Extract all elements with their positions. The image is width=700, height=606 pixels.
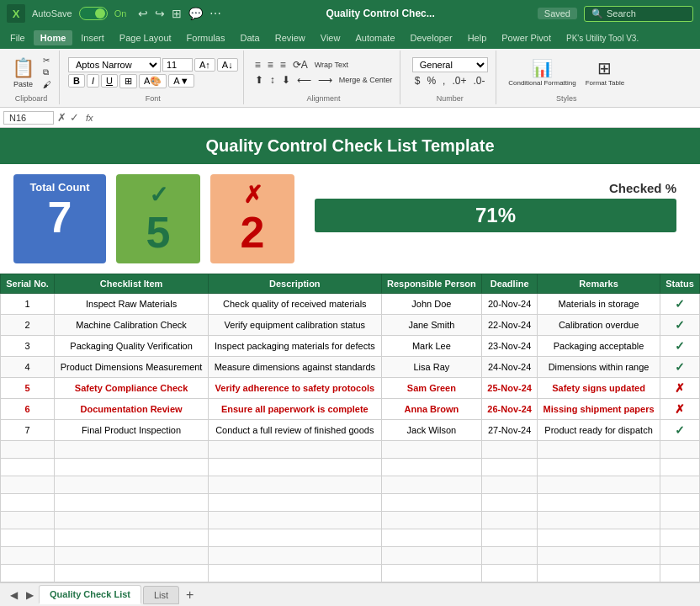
menu-review[interactable]: Review bbox=[268, 30, 312, 45]
status-cell: ✓ bbox=[660, 294, 700, 315]
pct-bar: 71% bbox=[315, 199, 676, 232]
formula-cancel-icon[interactable]: ✗ bbox=[57, 111, 66, 124]
mid-align-button[interactable]: ↕ bbox=[268, 73, 278, 87]
tab-nav-next[interactable]: ▶ bbox=[23, 587, 37, 603]
merge-center-button[interactable]: Merge & Center bbox=[337, 75, 395, 85]
spreadsheet-area: Quality Control Check List Template Tota… bbox=[0, 128, 700, 582]
table-row-empty bbox=[1, 565, 700, 582]
align-left-button[interactable]: ≡ bbox=[252, 58, 263, 72]
pct-value: 71% bbox=[331, 204, 660, 227]
format-table-button[interactable]: ⊞ Format Table bbox=[582, 56, 628, 88]
tab-list[interactable]: List bbox=[143, 586, 179, 604]
menu-pk-utility[interactable]: PK's Utility Tool V3. bbox=[559, 31, 645, 45]
table-row-empty bbox=[1, 512, 700, 529]
indent-dec-button[interactable]: ⟵ bbox=[294, 73, 314, 87]
toggle-knob bbox=[95, 8, 105, 19]
search-box[interactable]: 🔍 Search bbox=[584, 6, 693, 22]
bottom-align-button[interactable]: ⬇ bbox=[279, 73, 293, 87]
dec-inc-button[interactable]: .0+ bbox=[449, 74, 469, 88]
menu-data[interactable]: Data bbox=[233, 30, 266, 45]
more-icon[interactable]: ⋯ bbox=[208, 5, 223, 22]
ribbon-number: General $ % , .0+ .0- Number bbox=[404, 50, 496, 104]
fail-value: 2 bbox=[220, 209, 284, 257]
autosave-label: AutoSave bbox=[32, 8, 72, 19]
italic-button[interactable]: I bbox=[87, 74, 99, 88]
dec-dec-button[interactable]: .0- bbox=[470, 74, 487, 88]
fill-color-button[interactable]: A🎨 bbox=[139, 74, 167, 88]
formula-input[interactable] bbox=[100, 112, 697, 124]
menu-formulas[interactable]: Formulas bbox=[180, 30, 232, 45]
status-pass-icon: ✓ bbox=[675, 339, 685, 353]
comma-button[interactable]: , bbox=[440, 74, 448, 88]
search-placeholder: Search bbox=[607, 8, 636, 19]
status-pass-icon: ✓ bbox=[675, 297, 685, 311]
table-row: 6Documentation ReviewEnsure all paperwor… bbox=[1, 399, 700, 420]
ribbon-clipboard: 📋 Paste ✂ ⧉ 🖌 Clipboard bbox=[3, 50, 60, 104]
menu-automate[interactable]: Automate bbox=[348, 30, 401, 45]
total-label: Total Count bbox=[24, 181, 96, 194]
bold-button[interactable]: B bbox=[68, 74, 85, 88]
font-grow-button[interactable]: A↑ bbox=[194, 58, 215, 72]
menu-file[interactable]: File bbox=[3, 30, 32, 45]
table-row-empty bbox=[1, 529, 700, 547]
top-align-button[interactable]: ⬆ bbox=[252, 73, 266, 87]
table-row-empty bbox=[1, 476, 700, 494]
tab-quality-check-list[interactable]: Quality Check List bbox=[39, 585, 141, 604]
saved-badge: Saved bbox=[538, 8, 577, 19]
number-format-selector[interactable]: General bbox=[412, 57, 488, 72]
wrap-text-button[interactable]: Wrap Text bbox=[312, 60, 351, 70]
font-name-selector[interactable]: Aptos Narrow bbox=[68, 57, 161, 72]
table-header-row: Serial No. Checklist Item Description Re… bbox=[1, 274, 700, 294]
font-shrink-button[interactable]: A↓ bbox=[217, 58, 238, 72]
menu-power-pivot[interactable]: Power Pivot bbox=[495, 30, 558, 45]
table-row-empty bbox=[1, 547, 700, 565]
add-sheet-button[interactable]: + bbox=[181, 588, 199, 602]
status-fail-icon: ✗ bbox=[675, 402, 685, 416]
format-painter-button[interactable]: 🖌 bbox=[40, 79, 54, 90]
autosave-toggle[interactable] bbox=[79, 7, 108, 20]
table-row: 7Final Product InspectionConduct a full … bbox=[1, 420, 700, 441]
redo-icon[interactable]: ↪ bbox=[153, 5, 167, 22]
formula-bar: ✗ ✓ fx bbox=[0, 108, 700, 128]
col-desc: Description bbox=[209, 274, 382, 294]
font-size-input[interactable] bbox=[162, 58, 193, 72]
menu-home[interactable]: Home bbox=[34, 30, 73, 45]
status-pass-icon: ✓ bbox=[675, 360, 685, 374]
col-remarks: Remarks bbox=[538, 274, 660, 294]
copy-button[interactable]: ⧉ bbox=[40, 66, 54, 78]
undo-icon[interactable]: ↩ bbox=[136, 5, 150, 22]
align-right-button[interactable]: ≡ bbox=[278, 58, 289, 72]
ribbon-alignment: ≡ ≡ ≡ ⟳A Wrap Text ⬆ ↕ ⬇ ⟵ ⟶ Merge & Cen… bbox=[247, 50, 401, 104]
menu-bar: File Home Insert Page Layout Formulas Da… bbox=[0, 27, 700, 49]
font-color-button[interactable]: A▼ bbox=[168, 74, 194, 88]
grid-icon[interactable]: ⊞ bbox=[170, 5, 183, 22]
col-person: Responsible Person bbox=[381, 274, 482, 294]
menu-developer[interactable]: Developer bbox=[404, 30, 459, 45]
comment-icon[interactable]: 💬 bbox=[187, 5, 204, 22]
menu-view[interactable]: View bbox=[314, 30, 347, 45]
col-deadline: Deadline bbox=[482, 274, 538, 294]
currency-button[interactable]: $ bbox=[412, 74, 423, 88]
menu-help[interactable]: Help bbox=[461, 30, 494, 45]
angle-text-button[interactable]: ⟳A bbox=[290, 58, 310, 72]
tab-nav-prev[interactable]: ◀ bbox=[7, 587, 21, 603]
indent-inc-button[interactable]: ⟶ bbox=[316, 73, 335, 87]
cut-button[interactable]: ✂ bbox=[40, 55, 54, 66]
table-row-empty bbox=[1, 459, 700, 476]
percent-button[interactable]: % bbox=[424, 74, 438, 88]
menu-insert[interactable]: Insert bbox=[74, 30, 111, 45]
menu-page-layout[interactable]: Page Layout bbox=[113, 30, 178, 45]
align-center-button[interactable]: ≡ bbox=[265, 58, 276, 72]
checked-pct-label: Checked % bbox=[315, 181, 676, 195]
border-button[interactable]: ⊞ bbox=[119, 74, 137, 88]
summary-row: Total Count 7 ✓ 5 ✗ 2 Checked % 71% bbox=[0, 164, 700, 274]
cell-reference-input[interactable] bbox=[3, 111, 54, 125]
conditional-format-button[interactable]: 📊 Conditional Formatting bbox=[505, 56, 579, 88]
paste-button[interactable]: 📋 Paste bbox=[8, 56, 38, 90]
col-serial: Serial No. bbox=[1, 274, 55, 294]
formula-confirm-icon[interactable]: ✓ bbox=[70, 111, 79, 124]
status-fail-icon: ✗ bbox=[675, 381, 685, 395]
col-status: Status bbox=[660, 274, 700, 294]
underline-button[interactable]: U bbox=[101, 74, 118, 88]
ribbon-font: Aptos Narrow A↑ A↓ B I U ⊞ A🎨 A▼ Font bbox=[63, 50, 244, 104]
